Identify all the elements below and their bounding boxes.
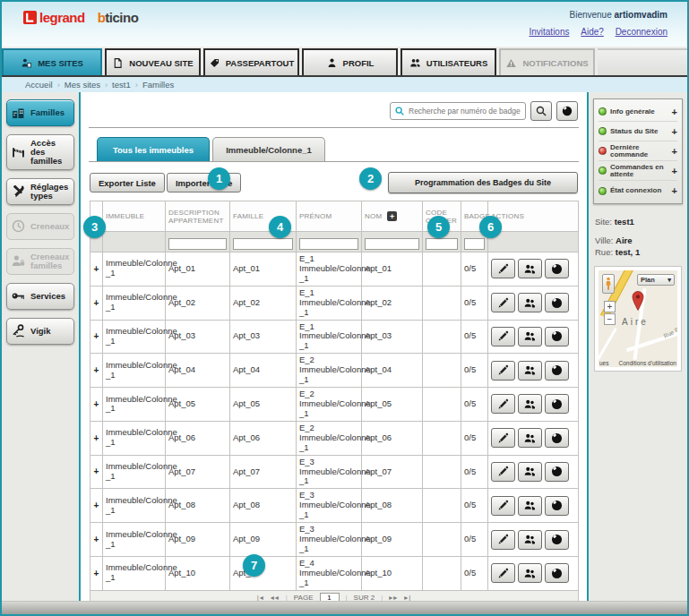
status-item-label: État connexion: [610, 187, 668, 194]
status-led-green: [599, 127, 607, 135]
pegman-control[interactable]: [602, 274, 615, 294]
family-members-action-button[interactable]: [518, 530, 542, 550]
family-members-action-button[interactable]: [518, 394, 542, 414]
terms-link[interactable]: Conditions d'utilisation: [619, 360, 676, 366]
filter-input-description[interactable]: [168, 238, 227, 250]
family-members-action-button[interactable]: [518, 496, 542, 516]
nav-tab-utilisateurs[interactable]: UTILISATEURS: [400, 48, 496, 75]
zoom-out-button[interactable]: −: [604, 313, 616, 325]
nav-tab-profil[interactable]: PROFIL: [302, 48, 398, 75]
badge-action-button[interactable]: [545, 361, 569, 381]
badge-action-button[interactable]: [545, 428, 569, 448]
expand-plus-icon[interactable]: +: [672, 166, 677, 176]
expand-row-button[interactable]: +: [90, 556, 103, 590]
nav-tab-passepartout[interactable]: PASSEPARTOUT: [203, 48, 299, 75]
filter-input-code[interactable]: [426, 238, 458, 250]
program-site-badges-button[interactable]: Programmation des Badges du Site: [388, 172, 578, 193]
edit-action-button[interactable]: [491, 327, 515, 346]
status-item-status-du-site[interactable]: Status du Site+: [599, 122, 677, 141]
nav-tab-mes-sites[interactable]: MES SITES: [2, 48, 102, 75]
badge-action-button[interactable]: [545, 327, 569, 346]
search-button[interactable]: [530, 101, 552, 121]
map-pin-icon[interactable]: [631, 290, 645, 312]
cell-famille: Apt_02: [230, 286, 297, 320]
export-list-button[interactable]: Exporter Liste: [90, 173, 165, 192]
expand-row-button[interactable]: +: [90, 354, 103, 388]
expand-row-button[interactable]: +: [90, 286, 103, 320]
badge-action-button[interactable]: [545, 293, 569, 312]
sidebar-item-services[interactable]: Services: [6, 283, 74, 310]
edit-action-button[interactable]: [491, 259, 515, 278]
edit-action-button[interactable]: [491, 462, 515, 482]
edit-action-button[interactable]: [491, 496, 515, 516]
sidebar-item-familles[interactable]: Familles: [6, 99, 74, 126]
building-tab-immeuble-colonne-1[interactable]: Immeuble/Colonne_1: [212, 137, 325, 161]
sidebar-item-vigik[interactable]: Vigik: [6, 318, 74, 345]
nav-tab-nouveau-site[interactable]: NOUVEAU SITE: [105, 48, 201, 75]
col-nom[interactable]: NOM +: [362, 201, 423, 232]
edit-action-button[interactable]: [491, 293, 515, 312]
badge-action-button[interactable]: [545, 462, 569, 482]
badge-search-input[interactable]: [409, 107, 521, 116]
zoom-in-button[interactable]: +: [604, 301, 616, 312]
filter-input-prenom[interactable]: [299, 238, 358, 250]
expand-row-button[interactable]: +: [90, 523, 103, 557]
expand-plus-icon[interactable]: +: [672, 107, 677, 117]
edit-action-button[interactable]: [491, 361, 515, 381]
col-prenom[interactable]: PRÉNOM: [297, 201, 362, 232]
expand-row-button[interactable]: +: [90, 489, 103, 523]
col-immeuble[interactable]: IMMEUBLE: [103, 201, 166, 232]
badge-filter-button[interactable]: [556, 101, 578, 121]
status-item-info-g-n-rale[interactable]: Info générale+: [599, 102, 677, 122]
nom-sort-add-icon[interactable]: +: [387, 211, 397, 221]
sidebar-item-acc-s-des-familles[interactable]: Accès des familles: [6, 134, 74, 170]
map-layer-select[interactable]: Plan▾: [637, 274, 675, 286]
family-members-action-button[interactable]: [518, 293, 542, 312]
cell-immeuble: Immeuble/Colonne _1: [103, 354, 166, 388]
cell-immeuble: Immeuble/Colonne _1: [103, 489, 166, 523]
breadcrumb-item[interactable]: test1: [112, 80, 131, 90]
family-members-action-button[interactable]: [518, 361, 542, 381]
badge-action-button[interactable]: [545, 394, 569, 414]
col-description-appartement[interactable]: DESCRIPTION APPARTEMENT: [166, 201, 230, 232]
family-members-action-button[interactable]: [518, 428, 542, 448]
family-members-action-button[interactable]: [518, 259, 542, 278]
cell-immeuble: Immeuble/Colonne _1: [103, 523, 166, 557]
edit-action-button[interactable]: [491, 530, 515, 550]
filter-input-nom[interactable]: [365, 238, 419, 250]
status-item-commandes-en-attente[interactable]: Commandes en attente+: [599, 161, 677, 181]
expand-plus-icon[interactable]: +: [672, 185, 677, 196]
badge-action-button[interactable]: [545, 563, 569, 583]
expand-row-button[interactable]: +: [90, 388, 103, 422]
family-members-action-button[interactable]: [518, 563, 542, 583]
expand-row-button[interactable]: +: [90, 320, 103, 354]
building-tab-tous-les-immeubles[interactable]: Tous les immeubles: [97, 137, 210, 161]
breadcrumb-item[interactable]: Accueil: [25, 80, 53, 90]
breadcrumb-item[interactable]: Familles: [142, 80, 174, 90]
badge-action-button[interactable]: [545, 496, 569, 516]
status-item-derni-re-commande[interactable]: Dernière commande+: [599, 141, 677, 161]
edit-action-button[interactable]: [491, 563, 515, 583]
status-item-label: Status du Site: [610, 128, 668, 135]
expand-row-button[interactable]: +: [90, 421, 103, 455]
family-members-action-button[interactable]: [518, 462, 542, 482]
logout-link[interactable]: Deconnexion: [616, 27, 667, 37]
filter-input-badge[interactable]: [464, 238, 485, 250]
filter-input-famille[interactable]: [233, 238, 293, 250]
breadcrumb-item[interactable]: Mes sites: [65, 80, 100, 90]
edit-action-button[interactable]: [491, 394, 515, 414]
expand-plus-icon[interactable]: +: [672, 126, 677, 137]
expand-row-button[interactable]: +: [90, 252, 103, 287]
family-members-action-button[interactable]: [518, 327, 542, 346]
badge-action-button[interactable]: [545, 259, 569, 278]
invitations-link[interactable]: Invitations: [529, 27, 569, 37]
badge-action-button[interactable]: [545, 530, 569, 550]
status-item--tat-connexion[interactable]: État connexion+: [599, 181, 677, 201]
expand-plus-icon[interactable]: +: [672, 146, 677, 157]
sidebar-item-r-glages-types[interactable]: Réglages types: [6, 178, 74, 205]
help-link[interactable]: Aide?: [581, 27, 604, 37]
expand-row-button[interactable]: +: [90, 455, 103, 489]
cell-description: Apt_02: [166, 286, 230, 320]
edit-action-button[interactable]: [491, 428, 515, 448]
map-canvas[interactable]: Plan▾ + − Aire Rue R ues Conditions d'ut…: [599, 270, 677, 367]
